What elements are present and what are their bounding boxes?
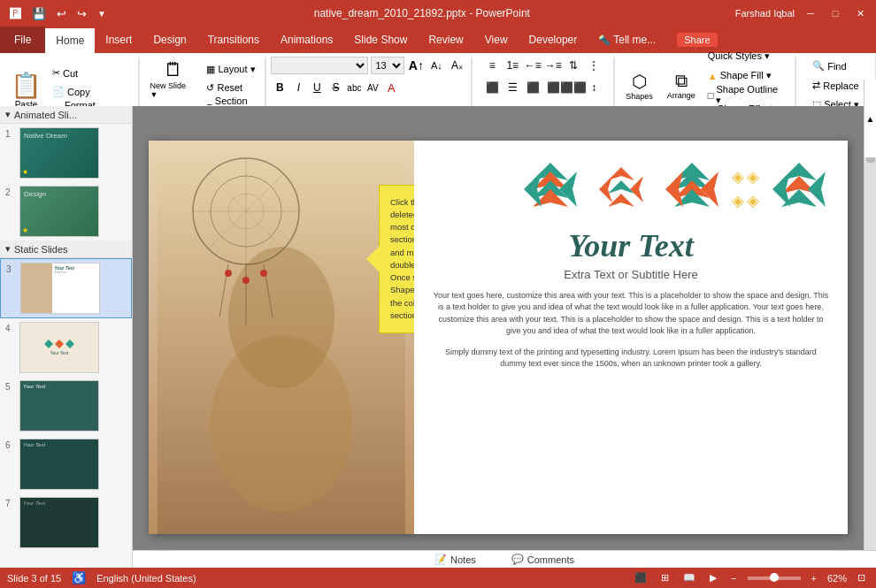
slide-body-text-2: Simply dummy text of the printing and ty… xyxy=(432,347,830,370)
tab-design[interactable]: Design xyxy=(142,27,196,53)
shape-outline-button[interactable]: □ Shape Outline ▾ xyxy=(704,87,789,104)
slide-preview-6: Your Text xyxy=(19,439,99,490)
dreamcatcher-svg xyxy=(158,141,405,534)
vertical-scrollbar[interactable]: ▲ ▼ xyxy=(864,106,876,568)
decrease-font-button[interactable]: A↓ xyxy=(427,57,445,74)
shape-outline-icon: □ xyxy=(708,90,714,101)
slide-thumb-6[interactable]: 6 Your Text xyxy=(0,435,132,493)
tab-slideshow[interactable]: Slide Show xyxy=(343,27,418,53)
animated-slides-section[interactable]: ▾ Animated Sli... xyxy=(0,106,132,124)
bullets-button[interactable]: ≡ xyxy=(483,57,501,74)
svg-point-13 xyxy=(225,270,232,277)
font-size-select[interactable]: 13 xyxy=(371,57,404,74)
justify-button[interactable]: ⬛ xyxy=(544,79,562,96)
bold-button[interactable]: B xyxy=(271,79,288,96)
redo-icon[interactable]: ↪ xyxy=(74,7,89,20)
text-direction-button[interactable]: ⇅ xyxy=(565,57,582,74)
tab-transitions[interactable]: Transitions xyxy=(197,27,270,53)
normal-view-button[interactable]: ⬛ xyxy=(631,572,650,584)
align-center-button[interactable]: ☰ xyxy=(503,79,521,96)
increase-indent-button[interactable]: →≡ xyxy=(544,57,562,74)
strikethrough-button[interactable]: S xyxy=(327,79,344,96)
tab-tellme[interactable]: 🔦 Tell me... xyxy=(588,27,666,53)
comments-icon: 💬 xyxy=(511,554,524,565)
slide-canvas: Click this graphic, and others, can be m… xyxy=(149,141,848,534)
notes-label: Notes xyxy=(450,554,476,565)
slide-thumb-2[interactable]: 2 Design ★ xyxy=(0,182,132,241)
numbering-button[interactable]: 1≡ xyxy=(503,57,521,74)
tab-review[interactable]: Review xyxy=(418,27,473,53)
status-left: Slide 3 of 15 ♿ English (United States) xyxy=(7,571,196,584)
clear-format-button[interactable]: Aₓ xyxy=(448,57,465,74)
columns-button[interactable]: ⬛⬛ xyxy=(565,79,582,96)
comments-button[interactable]: 💬 Comments xyxy=(511,554,574,565)
tab-developer[interactable]: Developer xyxy=(519,27,588,53)
align-left-button[interactable]: ⬛ xyxy=(483,79,501,96)
animated-slides-label: Animated Sli... xyxy=(14,110,77,120)
svg-marker-31 xyxy=(665,172,683,207)
italic-button[interactable]: I xyxy=(289,79,307,96)
cut-button[interactable]: ✂ Cut xyxy=(49,65,133,82)
slide-thumb-7[interactable]: 7 Your Text xyxy=(0,493,132,552)
increase-font-button[interactable]: A↑ xyxy=(407,57,425,74)
slide-thumb-5[interactable]: 5 Your Text xyxy=(0,377,132,435)
shapes-button[interactable]: ⬡ Shapes xyxy=(620,61,658,110)
slide-show-button[interactable]: ▶ xyxy=(706,572,720,584)
undo-icon[interactable]: ↩ xyxy=(54,7,69,20)
find-button[interactable]: 🔍 Find xyxy=(809,57,863,75)
quick-styles-button[interactable]: Quick Styles ▾ xyxy=(704,48,789,65)
svg-point-2 xyxy=(228,247,334,388)
zoom-slider[interactable] xyxy=(748,577,801,580)
close-button[interactable]: ✕ xyxy=(851,4,869,22)
zoom-out-button[interactable]: − xyxy=(727,573,740,584)
reading-view-button[interactable]: 📖 xyxy=(680,572,699,584)
decrease-indent-button[interactable]: ←≡ xyxy=(524,57,542,74)
text-shadow-button[interactable]: abc xyxy=(345,79,363,96)
convert-smartart-button[interactable]: ⋮ xyxy=(585,57,603,74)
fit-slide-button[interactable]: ⊡ xyxy=(854,572,869,584)
font-name-select[interactable] xyxy=(271,57,368,74)
accessibility-icon[interactable]: ♿ xyxy=(72,571,86,584)
align-right-button[interactable]: ⬛ xyxy=(524,79,542,96)
shape-fill-button[interactable]: ▲ Shape Fill ▾ xyxy=(704,67,789,85)
static-slides-section[interactable]: ▾ Static Slides xyxy=(0,241,132,258)
svg-marker-20 xyxy=(524,172,542,207)
maximize-button[interactable]: □ xyxy=(826,4,844,22)
save-icon[interactable]: 💾 xyxy=(29,7,49,20)
scroll-track xyxy=(864,118,877,555)
minimize-button[interactable]: ─ xyxy=(802,4,819,22)
tab-home[interactable]: Home xyxy=(45,27,95,53)
zoom-in-button[interactable]: + xyxy=(808,573,820,584)
arrange-button[interactable]: ⧉ Arrange xyxy=(662,61,701,110)
layout-button[interactable]: ▦ Layout ▾ xyxy=(203,60,258,78)
tab-view[interactable]: View xyxy=(474,27,519,53)
new-slide-button[interactable]: 🗒 New Slide ▼ xyxy=(145,57,202,101)
slide-preview-2: Design ★ xyxy=(19,186,99,237)
slide-sorter-button[interactable]: ⊞ xyxy=(657,572,672,584)
char-spacing-button[interactable]: AV xyxy=(364,79,381,96)
underline-button[interactable]: U xyxy=(308,79,326,96)
zoom-slider-thumb[interactable] xyxy=(770,573,779,582)
copy-button[interactable]: 📄 Copy xyxy=(49,83,133,101)
notes-button[interactable]: 📝 Notes xyxy=(434,554,476,565)
replace-button[interactable]: ⇄ Replace xyxy=(809,77,863,95)
new-slide-icon: 🗒 xyxy=(164,58,183,81)
line-spacing-button[interactable]: ↕ xyxy=(585,79,603,96)
tab-animations[interactable]: Animations xyxy=(270,27,343,53)
tab-file[interactable]: File xyxy=(0,27,45,53)
slides-panel: ▾ Animated Sli... 1 Native Dream ★ 2 Des… xyxy=(0,106,133,568)
align-buttons-row: ⬛ ☰ ⬛ ⬛ ⬛⬛ ↕ xyxy=(483,79,603,96)
slide-preview-7: Your Text xyxy=(19,497,99,548)
slide-thumb-1[interactable]: 1 Native Dream ★ xyxy=(0,124,132,182)
slide-right-panel: ◈ ◈ ◈ ◈ xyxy=(414,141,848,534)
reset-button[interactable]: ↺ Reset xyxy=(203,79,258,96)
slide-thumb-4[interactable]: 4 Your Text xyxy=(0,318,132,377)
tab-insert[interactable]: Insert xyxy=(95,27,142,53)
svg-point-15 xyxy=(260,270,267,277)
font-color-button[interactable]: A xyxy=(382,79,400,96)
section-collapse-icon-2: ▾ xyxy=(5,243,11,255)
slide-thumb-3[interactable]: 3 Your Text Extra Text... xyxy=(0,258,132,318)
font-name-row: 13 A↑ A↓ Aₓ xyxy=(271,57,465,74)
collapse-ribbon-button[interactable]: ▲ xyxy=(864,80,876,157)
customize-icon[interactable]: ▼ xyxy=(95,9,109,19)
